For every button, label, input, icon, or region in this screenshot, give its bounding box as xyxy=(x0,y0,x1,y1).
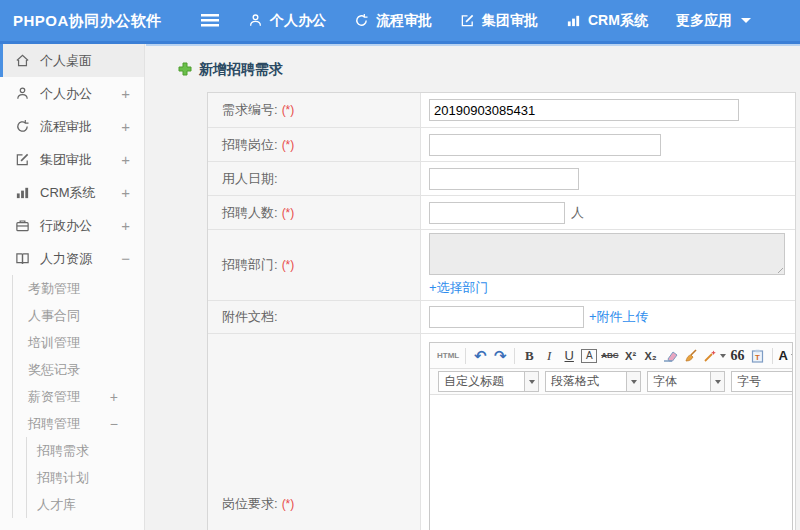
underline-button[interactable]: U xyxy=(561,346,577,366)
redo-button[interactable]: ↷ xyxy=(492,346,508,366)
submenu-item-salary[interactable]: 薪资管理 + xyxy=(13,383,144,410)
collapse-toggle[interactable]: − xyxy=(121,250,130,267)
label-text: 需求编号: xyxy=(222,101,278,119)
select-value: 段落格式 xyxy=(546,372,626,391)
resize-grip[interactable] xyxy=(774,264,783,273)
expand-toggle[interactable]: + xyxy=(121,151,130,168)
caret-down-icon xyxy=(631,380,637,384)
expand-toggle[interactable]: + xyxy=(121,85,130,102)
select-caret-button[interactable] xyxy=(710,372,724,391)
nav-label: 流程审批 xyxy=(376,12,432,30)
add-plus-icon xyxy=(178,62,192,79)
select-value: 字号 xyxy=(732,372,792,391)
submenu-label: 招聘需求 xyxy=(37,442,89,460)
subscript-button[interactable]: X₂ xyxy=(643,346,659,366)
custom-heading-select[interactable]: 自定义标题 xyxy=(438,371,539,392)
submenu-item-recruit-demand[interactable]: 招聘需求 xyxy=(27,437,144,464)
toolbar-separator xyxy=(465,348,466,364)
select-caret-button[interactable] xyxy=(524,372,538,391)
format-brush-broom-button[interactable] xyxy=(683,346,699,366)
superscript-button[interactable]: X² xyxy=(623,346,639,366)
position-input[interactable] xyxy=(429,134,661,156)
paste-as-text-button[interactable]: T xyxy=(750,346,766,366)
nav-more-apps[interactable]: 更多应用 xyxy=(676,12,751,30)
paragraph-format-select[interactable]: 段落格式 xyxy=(545,371,641,392)
sidebar-item-label: 个人桌面 xyxy=(40,52,92,70)
select-value: 自定义标题 xyxy=(439,372,524,391)
submenu-item-recruit-plan[interactable]: 招聘计划 xyxy=(27,464,144,491)
label-text: 附件文档: xyxy=(222,308,278,326)
expand-toggle[interactable]: + xyxy=(121,118,130,135)
collapse-toggle[interactable]: − xyxy=(110,416,118,432)
submenu-label: 奖惩记录 xyxy=(28,361,80,379)
submenu-item-training[interactable]: 培训管理 xyxy=(13,329,144,356)
sidebar-item-crm-system[interactable]: CRM系统 + xyxy=(0,176,144,209)
label-text: 招聘部门: xyxy=(222,256,278,274)
unit-suffix: 人 xyxy=(571,204,584,222)
sidebar-item-label: 集团审批 xyxy=(40,151,92,169)
edit-icon xyxy=(460,13,475,28)
form-row-headcount: 招聘人数: (*) 人 xyxy=(208,196,795,230)
hr-submenu: 考勤管理 人事合同 培训管理 奖惩记录 薪资管理 + 招聘管理 − 招聘需求 xyxy=(12,275,144,518)
nav-workflow-approval[interactable]: 流程审批 xyxy=(354,12,432,30)
font-border-button[interactable]: A xyxy=(581,349,597,363)
nav-crm-system[interactable]: CRM系统 xyxy=(566,12,648,30)
submenu-item-hr-contract[interactable]: 人事合同 xyxy=(13,302,144,329)
select-caret-button[interactable] xyxy=(626,372,640,391)
briefcase-icon xyxy=(14,218,31,234)
caret-down-icon xyxy=(791,354,792,358)
italic-button[interactable]: I xyxy=(541,346,557,366)
sidebar-item-personal-office[interactable]: 个人办公 + xyxy=(0,77,144,110)
nav-label: CRM系统 xyxy=(588,12,648,30)
sidebar-item-admin-office[interactable]: 行政办公 + xyxy=(0,209,144,242)
expand-toggle[interactable]: + xyxy=(121,217,130,234)
required-mark: (*) xyxy=(282,103,295,117)
attachment-input[interactable] xyxy=(429,306,584,328)
hamburger-menu-icon[interactable] xyxy=(201,14,219,27)
font-color-button[interactable]: A xyxy=(779,346,792,366)
html-source-button[interactable]: HTML xyxy=(437,346,459,366)
submenu-item-attendance[interactable]: 考勤管理 xyxy=(13,275,144,302)
remove-format-eraser-button[interactable] xyxy=(663,346,679,366)
sidebar-item-label: 流程审批 xyxy=(40,118,92,136)
edit-icon xyxy=(14,152,31,168)
expand-toggle[interactable]: + xyxy=(110,389,118,405)
submenu-item-recruitment[interactable]: 招聘管理 − xyxy=(13,410,144,437)
submenu-item-rewards[interactable]: 奖惩记录 xyxy=(13,356,144,383)
field-label: 用人日期: xyxy=(208,162,421,195)
select-department-link[interactable]: +选择部门 xyxy=(429,279,489,297)
font-size-select[interactable]: 字号 xyxy=(731,371,792,392)
undo-button[interactable]: ↶ xyxy=(472,346,488,366)
sidebar-item-workflow-approval[interactable]: 流程审批 + xyxy=(0,110,144,143)
required-mark: (*) xyxy=(282,497,295,511)
submenu-item-talent-pool[interactable]: 人才库 xyxy=(27,491,144,518)
field-label: 招聘岗位: (*) xyxy=(208,128,421,161)
nav-label: 更多应用 xyxy=(676,12,732,30)
required-mark: (*) xyxy=(282,206,295,220)
headcount-input[interactable] xyxy=(429,202,565,224)
form-row-department: 招聘部门: (*) +选择部门 xyxy=(208,230,795,301)
department-textarea[interactable] xyxy=(429,233,785,275)
sidebar-item-group-approval[interactable]: 集团审批 + xyxy=(0,143,144,176)
magic-wand-button[interactable] xyxy=(703,346,726,366)
hire-date-input[interactable] xyxy=(429,168,579,190)
strikethrough-button[interactable]: ABC xyxy=(601,346,618,366)
editor-content-area[interactable] xyxy=(430,395,792,530)
top-navbar: PHPOA协同办公软件 个人办公 流程审批 xyxy=(0,0,800,44)
attachment-upload-link[interactable]: +附件上传 xyxy=(589,308,649,326)
app-logo: PHPOA协同办公软件 xyxy=(13,0,162,41)
required-mark: (*) xyxy=(282,258,295,272)
blockquote-button[interactable]: 66 xyxy=(730,346,746,366)
nav-personal-office[interactable]: 个人办公 xyxy=(248,12,326,30)
svg-text:T: T xyxy=(755,353,760,362)
nav-group-approval[interactable]: 集团审批 xyxy=(460,12,538,30)
font-family-select[interactable]: 字体 xyxy=(647,371,725,392)
form-row-hire-date: 用人日期: xyxy=(208,162,795,196)
submenu-label: 薪资管理 xyxy=(28,388,80,406)
expand-toggle[interactable]: + xyxy=(121,184,130,201)
submenu-label: 招聘管理 xyxy=(28,415,80,433)
sidebar-item-personal-desktop[interactable]: 个人桌面 xyxy=(0,44,144,77)
demand-no-input[interactable] xyxy=(429,99,739,121)
bold-button[interactable]: B xyxy=(521,346,537,366)
sidebar-item-human-resources[interactable]: 人力资源 − xyxy=(0,242,144,275)
